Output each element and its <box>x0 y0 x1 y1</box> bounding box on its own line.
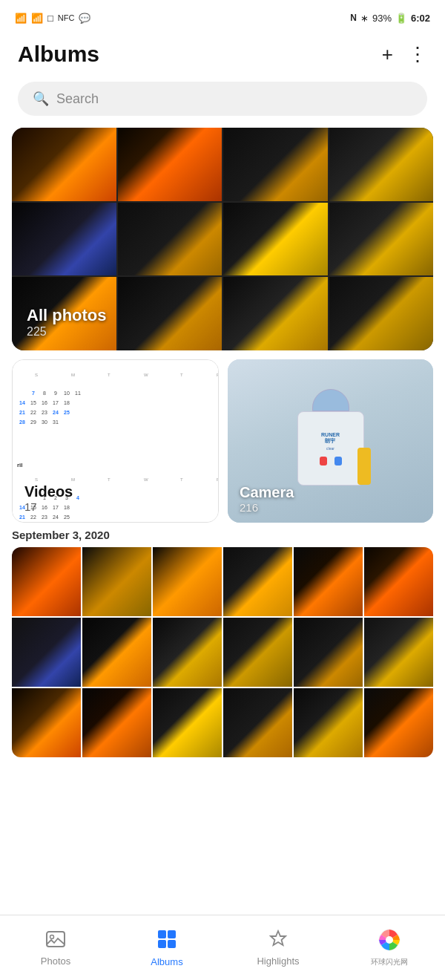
sim-icon: 📶 <box>15 13 27 24</box>
wifi-icon: 📶 <box>31 13 43 24</box>
albums-row: SMTWTFS 7891011 1415161718 2122232425 28… <box>12 359 433 523</box>
svg-rect-5 <box>168 940 176 948</box>
svg-rect-4 <box>158 940 166 948</box>
videos-count: 17 <box>24 500 73 513</box>
dispenser-brand: clear <box>326 446 334 451</box>
sep-photo-cell <box>364 547 433 616</box>
nfc-n-icon: N <box>350 13 357 23</box>
app-logo-icon <box>378 929 400 954</box>
september-section: September 3, 2020 <box>0 523 445 757</box>
photos-nav-label: Photos <box>41 956 70 967</box>
hot-tap <box>320 457 327 466</box>
videos-label: Videos 17 <box>13 474 85 522</box>
photo-cell <box>329 128 434 201</box>
dispenser-body: RUNER朗宇 clear <box>297 411 364 486</box>
camera-album[interactable]: RUNER朗宇 clear Camera 216 <box>228 359 433 523</box>
highlights-nav-label: Highlights <box>257 956 299 967</box>
photo-cell <box>12 203 116 276</box>
sep-photo-cell <box>12 547 81 616</box>
svg-rect-2 <box>158 930 166 938</box>
sep-photo-cell <box>223 618 292 687</box>
dispenser-top <box>312 389 349 411</box>
nav-item-highlights[interactable]: Highlights <box>222 929 334 967</box>
dispenser-taps <box>320 457 342 466</box>
photo-cell <box>118 128 222 201</box>
dispenser-logo: RUNER朗宇 <box>321 432 340 445</box>
camera-label: Camera 216 <box>228 475 306 523</box>
svg-point-1 <box>50 935 54 939</box>
status-bar: 📶 📶 □ NFC 💬 N ∗ 93% 🔋 6:02 <box>0 0 445 36</box>
photo-cell <box>118 203 222 276</box>
sep-title: September 3, 2020 <box>12 529 433 541</box>
sep-photo-cell <box>153 688 222 757</box>
photo-cell <box>329 203 434 276</box>
sep-photo-cell <box>294 618 363 687</box>
all-photos-label: All photos 225 <box>12 294 122 350</box>
sep-photo-cell <box>82 688 151 757</box>
water-dispenser: RUNER朗宇 clear <box>297 389 364 493</box>
sep-photo-cell <box>223 547 292 616</box>
sep-photo-cell <box>294 688 363 757</box>
search-placeholder: Search <box>56 91 99 107</box>
all-photos-count: 225 <box>27 325 107 339</box>
svg-rect-3 <box>168 930 176 938</box>
albums-nav-icon <box>156 928 178 953</box>
nfc-icon: NFC <box>58 13 75 22</box>
time: 6:02 <box>411 13 430 24</box>
header: Albums + ⋮ <box>0 36 445 76</box>
videos-album[interactable]: SMTWTFS 7891011 1415161718 2122232425 28… <box>12 359 219 523</box>
add-album-button[interactable]: + <box>382 45 393 64</box>
sep-photo-cell <box>153 547 222 616</box>
photo-cell <box>223 203 328 276</box>
app-nav-label: 环球闪光网 <box>371 957 408 967</box>
photo-cell <box>329 277 434 350</box>
albums-nav-label: Albums <box>151 956 182 967</box>
sep-photo-cell <box>364 688 433 757</box>
cold-tap <box>334 457 342 466</box>
videos-name: Videos <box>24 483 73 500</box>
battery-pct: 93% <box>372 13 392 24</box>
photo-cell <box>223 128 328 201</box>
photos-nav-icon <box>45 929 66 953</box>
sep-photo-cell <box>82 547 151 616</box>
nav-item-photos[interactable]: Photos <box>0 929 111 967</box>
camera-count: 216 <box>240 501 294 514</box>
search-icon: 🔍 <box>33 91 49 107</box>
photo-cell <box>12 128 116 201</box>
sep-photo-cell <box>12 618 81 687</box>
sep-photo-cell <box>153 618 222 687</box>
all-photos-name: All photos <box>27 306 107 325</box>
page-title: Albums <box>18 42 99 67</box>
sep-photo-cell <box>364 618 433 687</box>
sep-photo-cell <box>223 688 292 757</box>
nav-item-app[interactable]: 环球闪光网 <box>334 929 445 967</box>
photo-cell <box>223 277 328 350</box>
all-photos-album[interactable]: All photos 225 <box>12 128 433 350</box>
header-actions: + ⋮ <box>382 45 427 64</box>
battery-icon: 🔋 <box>395 13 407 24</box>
signal-icon: □ <box>47 13 53 24</box>
sep-photo-cell <box>12 688 81 757</box>
search-bar[interactable]: 🔍 Search <box>18 82 427 116</box>
highlights-nav-icon <box>268 929 289 953</box>
svg-point-8 <box>386 936 393 944</box>
dispenser-bottle <box>357 448 371 485</box>
bluetooth-icon: ∗ <box>360 13 369 24</box>
sep-photo-grid <box>12 547 433 757</box>
bottom-nav: Photos Albums Highlights <box>0 915 445 980</box>
sep-photo-cell <box>82 618 151 687</box>
albums-container: All photos 225 SMTWTFS 7891011 141516171… <box>0 128 445 523</box>
more-options-button[interactable]: ⋮ <box>408 45 427 64</box>
photo-cell <box>118 277 222 350</box>
nav-item-albums[interactable]: Albums <box>111 928 222 967</box>
status-right: N ∗ 93% 🔋 6:02 <box>350 13 430 24</box>
status-left-icons: 📶 📶 □ NFC 💬 <box>15 13 90 24</box>
svg-marker-6 <box>271 931 286 945</box>
svg-rect-0 <box>47 932 65 947</box>
sep-photo-cell <box>294 547 363 616</box>
msg-icon: 💬 <box>79 13 90 24</box>
camera-name: Camera <box>240 484 294 501</box>
